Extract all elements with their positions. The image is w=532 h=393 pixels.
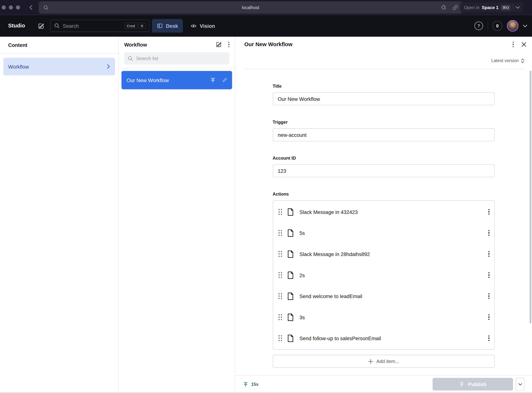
document-icon <box>287 229 294 237</box>
publish-icon <box>459 382 464 387</box>
publish-icon <box>243 382 248 387</box>
document-icon <box>287 292 294 300</box>
field-account-id-label: Account ID <box>273 156 495 161</box>
action-menu-icon[interactable] <box>488 335 489 341</box>
duration-label: 15s <box>251 382 258 387</box>
action-label: Send follow-up to salesPersonEmail <box>299 335 381 341</box>
action-label: 3s <box>299 314 305 320</box>
shortcut-badge: ⌘O <box>501 5 511 10</box>
action-row[interactable]: 5s <box>273 222 494 244</box>
tab-vision[interactable]: Vision <box>186 19 220 33</box>
action-label: Slack Message in 432423 <box>299 209 358 215</box>
drag-handle-icon[interactable] <box>278 230 282 236</box>
action-row[interactable]: Send welcome to leadEmail <box>273 285 494 307</box>
minimize-window-dot[interactable] <box>9 5 13 10</box>
address-bar[interactable]: localhost <box>39 1 463 14</box>
plus-icon <box>368 359 373 364</box>
open-in-label: Open in <box>464 5 479 10</box>
sort-chevrons-icon[interactable] <box>521 58 525 63</box>
drag-handle-icon[interactable] <box>278 272 282 278</box>
action-row[interactable]: Slack Message in 432423 <box>273 201 494 222</box>
window-controls[interactable] <box>2 5 20 10</box>
compose-icon[interactable] <box>38 22 45 29</box>
help-icon[interactable]: ? <box>474 21 483 30</box>
notification-count-badge[interactable]: 0 <box>492 21 503 31</box>
drag-handle-icon[interactable] <box>278 314 282 320</box>
action-menu-icon[interactable] <box>488 314 489 320</box>
list-item-label: Our New Workflow <box>126 77 169 83</box>
document-icon <box>287 208 294 216</box>
action-menu-icon[interactable] <box>488 293 489 299</box>
action-label: Slack Message in 28hdaihs892 <box>299 251 370 257</box>
search-icon <box>128 56 133 61</box>
action-row[interactable]: Slack Message in 28hdaihs892 <box>273 243 494 265</box>
avatar[interactable] <box>507 20 518 31</box>
studio-brand[interactable]: Studio <box>8 23 25 29</box>
content-pane: Content Workflow <box>0 37 119 393</box>
document-editor-pane: Our New Workflow Latest version <box>235 37 532 393</box>
search-icon <box>54 23 60 29</box>
action-row[interactable]: Send follow-up to salesPersonEmail <box>273 328 494 349</box>
studio-navbar: Studio Cmd K Desk <box>0 15 532 37</box>
list-menu-icon[interactable] <box>228 42 229 47</box>
drag-handle-icon[interactable] <box>278 293 282 299</box>
action-row[interactable]: 3s <box>273 307 494 328</box>
global-search[interactable]: Cmd K <box>50 20 149 32</box>
close-icon[interactable] <box>521 42 527 47</box>
list-search-input[interactable] <box>136 56 229 61</box>
sidebar-item-workflow[interactable]: Workflow <box>3 58 115 75</box>
action-menu-icon[interactable] <box>488 209 489 215</box>
add-item-button[interactable]: Add item... <box>273 355 495 368</box>
tab-desk-label: Desk <box>166 23 178 29</box>
list-item-our-new-workflow[interactable]: Our New Workflow <box>121 71 232 89</box>
trigger-input[interactable] <box>273 128 495 141</box>
action-menu-icon[interactable] <box>488 251 489 257</box>
actions-label: Actions <box>273 192 495 196</box>
extensions-puzzle-icon[interactable] <box>441 5 447 10</box>
field-title-label: Title <box>273 84 495 88</box>
action-label: 2s <box>299 272 305 278</box>
editor-scroll-area: Title Trigger Account ID Actions <box>235 69 532 375</box>
chevron-down-icon[interactable] <box>523 24 527 27</box>
workflow-list-pane: Workflow Our New W <box>119 37 235 393</box>
desk-icon <box>157 23 163 29</box>
link-icon[interactable] <box>452 5 459 10</box>
drag-handle-icon[interactable] <box>278 209 282 215</box>
document-icon <box>287 334 294 342</box>
scrollbar[interactable] <box>530 71 531 324</box>
title-input[interactable] <box>273 92 495 105</box>
compose-icon[interactable] <box>215 41 222 48</box>
version-select[interactable]: Latest version <box>491 58 519 63</box>
review-changes-button[interactable]: 15s <box>243 382 258 387</box>
action-menu-icon[interactable] <box>488 272 489 278</box>
content-pane-header: Content <box>0 37 118 54</box>
k-keycap: K <box>138 23 146 29</box>
publish-options-button[interactable] <box>516 378 525 391</box>
drag-handle-icon[interactable] <box>278 251 282 257</box>
action-menu-icon[interactable] <box>488 230 489 236</box>
field-account-id: Account ID <box>273 156 495 177</box>
global-search-input[interactable] <box>63 23 125 29</box>
list-search[interactable] <box>124 52 229 64</box>
tab-desk[interactable]: Desk <box>152 19 183 33</box>
browser-chrome: localhost Open in Space 1 ⌘O <box>0 0 532 15</box>
chevron-down-icon[interactable] <box>516 6 520 9</box>
search-shortcut: Cmd K <box>124 23 146 29</box>
publish-button[interactable]: Publish <box>433 378 513 391</box>
document-menu-icon[interactable] <box>513 42 514 47</box>
field-trigger: Trigger <box>273 120 495 141</box>
app-window: localhost Open in Space 1 ⌘O Studio <box>0 0 532 393</box>
add-item-label: Add item... <box>376 359 399 364</box>
editor-header: Our New Workflow Latest version <box>235 37 532 69</box>
action-row[interactable]: 2s <box>273 265 494 286</box>
drag-handle-icon[interactable] <box>278 335 282 341</box>
document-icon <box>287 250 294 258</box>
publish-icon <box>210 77 216 83</box>
eye-icon <box>190 23 197 29</box>
action-label: Send welcome to leadEmail <box>299 293 362 299</box>
open-in-space-button[interactable]: Open in Space 1 ⌘O <box>460 2 523 13</box>
zoom-window-dot[interactable] <box>16 5 20 10</box>
close-window-dot[interactable] <box>2 5 6 10</box>
browser-back-icon[interactable] <box>29 5 34 10</box>
account-id-input[interactable] <box>273 164 495 177</box>
